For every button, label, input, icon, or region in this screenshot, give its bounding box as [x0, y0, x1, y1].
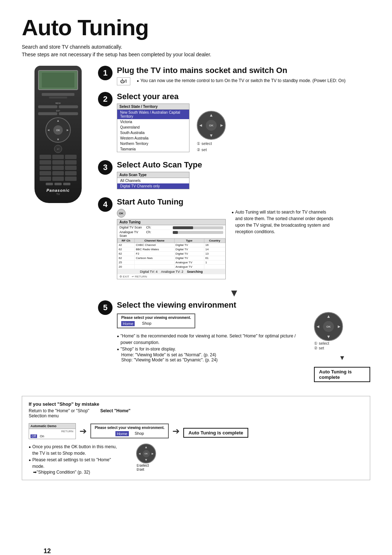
bottom-viewing-box: Please select your viewing environment. … — [90, 424, 169, 438]
scan-option-digital[interactable]: Digital TV Channels only — [117, 183, 189, 189]
bottom-complete-badge: Auto Tuning is complete — [183, 428, 248, 438]
channel-table: RF ChChannel NameTypeCountry 42CHBC Chan… — [117, 238, 225, 269]
step-5-select-label: ① select — [314, 341, 370, 346]
step-5-bullet-2: "Shop" is for in-store display. — [117, 346, 307, 352]
viewing-env-label: Please select your viewing environment. — [121, 316, 191, 320]
demo-off-option[interactable]: Off — [30, 434, 37, 438]
auto-tuning-header: Auto Tuning — [117, 219, 225, 225]
step-3-badge: 3 — [98, 160, 113, 175]
bottom-bullet-1: Once you press the OK button in this men… — [29, 443, 123, 457]
step-1-title: Plug the TV into mains socket and switch… — [117, 66, 370, 75]
bottom-viewing-label: Please select your viewing environment. — [95, 426, 164, 430]
channel-row: 62F2Digital TV13 — [118, 252, 225, 256]
channel-row: 62BBC Radio WalesDigital TV14 — [118, 247, 225, 252]
complete-badge: Auto Tuning is complete — [314, 367, 370, 382]
step-5-title: Select the viewing environment — [117, 300, 370, 310]
step-2-select-label: ① select — [197, 141, 226, 146]
bottom-note-line2: Selection menu — [29, 413, 89, 418]
power-icon: ⏻/I — [117, 77, 130, 85]
step-4-desc: Auto Tuning will start to search for TV … — [232, 209, 333, 235]
bottom-bullet-2: Please reset all settings to set to "Hom… — [29, 457, 123, 470]
channel-row: 20Analogue TV — [118, 265, 225, 269]
auto-demo-options: Off On — [29, 434, 75, 439]
scan-type-box: Auto Scan Type All Channels Digital TV C… — [117, 172, 189, 189]
auto-tuning-box: Auto Tuning Digital TV Scan Ch: Analogue… — [117, 219, 226, 279]
subtitle: Search and store TV channels automatical… — [22, 43, 370, 58]
state-item-sa[interactable]: South Australia — [117, 130, 189, 135]
demo-on-option[interactable]: On — [40, 434, 44, 438]
step-5-note-1: Home: "Viewing Mode" is set as "Normal".… — [121, 352, 307, 357]
return-small-label: RETURN — [61, 430, 73, 433]
step-4-ok-btn[interactable]: OK — [117, 209, 126, 218]
bottom-note-title: If you select "Shop" by mistake — [29, 401, 363, 407]
down-arrow-icon: ▼ — [98, 287, 370, 299]
bottom-note-select-home: Select "Home" — [100, 408, 130, 413]
bottom-note-box: If you select "Shop" by mistake Return t… — [22, 396, 370, 480]
down-arrow-2-icon: ▼ — [314, 354, 370, 362]
step-5-bullet-1: "Home" is the recommended mode for viewi… — [117, 333, 307, 346]
step-1-badge: 1 — [98, 66, 113, 80]
state-item-nt[interactable]: Northern Territory — [117, 141, 189, 146]
state-item-wa[interactable]: Western Australia — [117, 135, 189, 141]
step-2-badge: 2 — [98, 92, 113, 106]
channel-row: 42CHBC ChannelDigital TV16 — [118, 243, 225, 247]
step-4: 4 Start Auto Tuning OK Auto Tuning Digit… — [98, 197, 370, 281]
bottom-home-option[interactable]: Home — [115, 431, 129, 436]
bottom-bullet-3: ➡"Shipping Condition" (p. 32) — [33, 470, 123, 475]
flow-arrow-1-icon: ➔ — [79, 426, 87, 436]
step-5-badge: 5 — [98, 300, 113, 315]
step-2-set-label: ② set — [197, 147, 226, 152]
channel-row: 62Cartoon NwsDigital TV61 — [118, 256, 225, 260]
bottom-note-line1: Return to the "Home" or "Shop" — [29, 408, 89, 413]
tuning-status: Digital TV: 4 Analogue TV: 2 Searching — [117, 269, 225, 274]
step-2-dpad: ▲ ▼ ◄ ► OK — [197, 111, 226, 140]
state-item-vic[interactable]: Victoria — [117, 119, 189, 125]
step-3: 3 Select Auto Scan Type Auto Scan Type A… — [98, 160, 370, 191]
state-item-tas[interactable]: Tasmania — [117, 146, 189, 152]
step-1-bullet: You can now use the remote control to tu… — [137, 77, 346, 84]
scan-option-all[interactable]: All Channels — [117, 178, 189, 183]
bottom-select-note: ①select — [136, 463, 156, 467]
channel-row: 25Analogue TV1 — [118, 260, 225, 265]
shop-option[interactable]: Shop — [142, 321, 151, 326]
step-5-dpad: ▲ ▼ ◄ ► OK — [314, 312, 343, 341]
analogue-scan-row: Analogue TV Scan Ch: — [117, 230, 225, 238]
state-item-qld[interactable]: Queensland — [117, 125, 189, 130]
home-option[interactable]: Home — [121, 321, 135, 326]
state-item-nsw[interactable]: New South Wales / Australian Capital Ter… — [117, 110, 189, 119]
bottom-shop-option[interactable]: Shop — [135, 431, 144, 436]
digital-scan-row: Digital TV Scan Ch: — [117, 225, 225, 230]
page-number: 12 — [44, 547, 51, 555]
step-5-note-2: Shop: "Viewing Mode" is set as "Dynamic"… — [121, 357, 307, 362]
viewing-env-box: Please select your viewing environment. … — [117, 313, 195, 328]
step-4-title: Start Auto Tuning — [117, 197, 370, 207]
automatic-demo-box: Automatic Demo RETURN Off On — [29, 423, 76, 439]
step-1: 1 Plug the TV into mains socket and swit… — [98, 66, 370, 85]
scan-type-header: Auto Scan Type — [117, 172, 189, 178]
state-select-box: Select State / Territory New South Wales… — [117, 104, 189, 152]
step-5: 5 Select the viewing environment Please … — [98, 300, 370, 382]
state-select-header: Select State / Territory — [117, 104, 189, 110]
step-4-badge: 4 — [98, 197, 113, 212]
bottom-note-flow: Automatic Demo RETURN Off On ➔ Please se… — [29, 422, 363, 440]
step-2-title: Select your area — [117, 92, 370, 101]
flow-arrow-2-icon: ➔ — [172, 426, 180, 436]
auto-demo-header: Automatic Demo — [29, 424, 75, 429]
brand-label: Panasonic — [38, 188, 78, 193]
step-2: 2 Select your area Select State / Territ… — [98, 92, 370, 154]
page-title: Auto Tuning — [22, 15, 370, 40]
step-3-title: Select Auto Scan Type — [117, 160, 370, 170]
brand-sub-label: TV — [38, 193, 78, 196]
remote-control-illustration: MENU EXIT ▲ ▼ ◄ ► OK — [22, 66, 94, 389]
bottom-dpad: ▲ ▼ ◄ ► OK — [136, 443, 156, 463]
bottom-set-note: ②set — [136, 467, 156, 471]
step-5-set-label: ② set — [314, 346, 370, 351]
